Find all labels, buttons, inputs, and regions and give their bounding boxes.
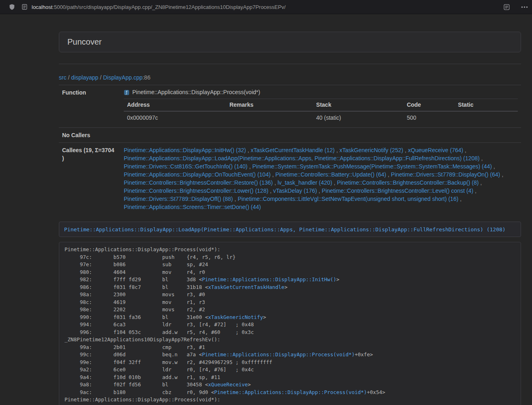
- callees-label: Callees (19, Σ=3704 ): [59, 143, 121, 215]
- callee-separator: ,: [268, 187, 273, 194]
- callee-link[interactable]: xTaskGetCurrentTaskHandle (12): [251, 147, 335, 153]
- callee-separator: ,: [335, 147, 340, 153]
- address-bar[interactable]: localhost:5000/path/src/displayapp/Displ…: [32, 4, 286, 10]
- table-cell: 0x0000097c: [124, 111, 226, 124]
- callee-separator: ,: [248, 163, 252, 170]
- callee-link[interactable]: Pinetime::Applications::DisplayApp::OnTo…: [124, 171, 271, 178]
- callee-separator: ,: [480, 155, 483, 162]
- address-table: AddressRemarksStackCodeStatic 0x0000097c…: [124, 99, 518, 124]
- callee-separator: ,: [317, 187, 322, 194]
- callee-link[interactable]: Pinetime::Controllers::BrightnessControl…: [322, 187, 473, 194]
- callee-separator: ,: [246, 147, 251, 153]
- function-label: Function: [59, 85, 121, 128]
- disassembly-block: Pinetime::Applications::DisplayApp::Proc…: [59, 242, 521, 405]
- breadcrumb: src / displayapp / DisplayApp.cpp:86: [59, 73, 521, 82]
- callee-separator: ,: [273, 179, 278, 186]
- function-symbol-icon: ƒ: [124, 90, 129, 95]
- url-domain: localhost: [32, 4, 52, 10]
- breadcrumb-link[interactable]: src: [59, 74, 67, 81]
- callee-link[interactable]: Pinetime::Controllers::BrightnessControl…: [124, 179, 273, 186]
- column-header: Address: [124, 99, 226, 112]
- callers-cell: [121, 128, 521, 143]
- callee-link[interactable]: Pinetime::Controllers::Battery::Update()…: [276, 171, 386, 178]
- symbol-table: Function ƒ Pinetime::Applications::Displ…: [59, 85, 521, 214]
- callee-link[interactable]: Pinetime::Components::LittleVgl::SetNewT…: [238, 196, 459, 202]
- callee-separator: ,: [386, 171, 391, 178]
- divider: [59, 64, 521, 64]
- callee-separator: ,: [233, 196, 238, 202]
- callee-link[interactable]: lv_task_handler (420): [278, 179, 332, 186]
- callee-link[interactable]: Pinetime::Applications::DisplayApp::Load…: [124, 155, 480, 162]
- column-header: Code: [403, 99, 454, 112]
- table-cell: [226, 111, 313, 124]
- function-title: ƒ Pinetime::Applications::DisplayApp::Pr…: [124, 88, 518, 96]
- callee-link[interactable]: Pinetime::Drivers::St7789::DisplayOn() (…: [391, 171, 500, 178]
- page-header: Puncover: [59, 32, 521, 52]
- function-name: Pinetime::Applications::DisplayApp::Proc…: [132, 88, 260, 96]
- address-table-header: AddressRemarksStackCodeStatic: [124, 99, 518, 112]
- callee-separator: ,: [403, 147, 408, 153]
- column-header: Static: [455, 99, 518, 112]
- table-cell: 40 (static): [313, 111, 403, 124]
- callee-separator: ,: [459, 196, 462, 202]
- breadcrumb-link[interactable]: displayapp: [71, 74, 98, 81]
- svg-text:ƒ: ƒ: [125, 90, 127, 95]
- callee-link[interactable]: Pinetime::Controllers::BrightnessControl…: [124, 187, 268, 194]
- browser-toolbar: localhost:5000/path/src/displayapp/Displ…: [0, 0, 532, 14]
- disasm-symbol-link[interactable]: Pinetime::Applications::DisplayApp::Init…: [202, 276, 336, 282]
- address-table-row: 0x0000097c40 (static)500: [124, 111, 518, 124]
- callee-link[interactable]: Pinetime::Drivers::St7789::DisplayOff() …: [124, 196, 233, 202]
- callee-link[interactable]: vTaskDelay (176): [273, 187, 317, 194]
- overflow-menu-icon[interactable]: [521, 6, 528, 8]
- breadcrumb-separator: /: [67, 74, 71, 81]
- table-cell: 500: [403, 111, 454, 124]
- reader-view-icon[interactable]: [504, 4, 510, 10]
- url-path: :5000/path/src/displayapp/DisplayApp.cpp…: [52, 4, 286, 10]
- site-info-icon[interactable]: [22, 4, 27, 10]
- column-header: Stack: [313, 99, 403, 112]
- breadcrumb-separator: /: [98, 74, 103, 81]
- callers-row: No Callers: [59, 128, 521, 143]
- selected-callee-link[interactable]: Pinetime::Applications::DisplayApp::Load…: [64, 226, 506, 233]
- selected-callee-box: Pinetime::Applications::DisplayApp::Load…: [59, 222, 521, 237]
- callee-separator: ,: [473, 187, 476, 194]
- callee-separator: ,: [500, 171, 504, 178]
- callees-list: Pinetime::Applications::DisplayApp::Init…: [121, 143, 521, 215]
- disasm-symbol-link[interactable]: Pinetime::Applications::DisplayApp::Proc…: [214, 389, 367, 395]
- function-cell: ƒ Pinetime::Applications::DisplayApp::Pr…: [121, 85, 521, 128]
- callee-link[interactable]: Pinetime::Drivers::Cst816S::GetTouchInfo…: [124, 163, 248, 170]
- callee-link[interactable]: xTaskGenericNotify (252): [339, 147, 403, 153]
- callee-separator: ,: [463, 147, 466, 153]
- callee-link[interactable]: Pinetime::Applications::DisplayApp::Init…: [124, 147, 246, 153]
- callee-separator: ,: [492, 163, 495, 170]
- disasm-symbol-link[interactable]: Pinetime::Applications::DisplayApp::Proc…: [202, 351, 355, 358]
- callee-separator: ,: [332, 179, 337, 186]
- disasm-symbol-link[interactable]: xQueueReceive: [208, 381, 248, 388]
- disasm-symbol-link[interactable]: xTaskGetCurrentTaskHandle: [208, 284, 284, 290]
- no-callers-label: No Callers: [59, 128, 121, 143]
- callees-row: Callees (19, Σ=3704 ) Pinetime::Applicat…: [59, 143, 521, 215]
- callee-separator: ,: [479, 179, 482, 186]
- callee-separator: ,: [271, 171, 276, 178]
- page-container: Puncover src / displayapp / DisplayApp.c…: [59, 32, 521, 405]
- disasm-symbol-link[interactable]: xTaskGenericNotify: [208, 314, 263, 320]
- callee-link[interactable]: Pinetime::System::SystemTask::PushMessag…: [252, 163, 492, 170]
- shield-icon[interactable]: [9, 4, 15, 10]
- function-row: Function ƒ Pinetime::Applications::Displ…: [59, 85, 521, 128]
- breadcrumb-line-number: :86: [142, 74, 150, 81]
- callee-link[interactable]: xQueueReceive (764): [408, 147, 463, 153]
- column-header: Remarks: [226, 99, 313, 112]
- breadcrumb-link[interactable]: DisplayApp.cpp: [103, 74, 142, 81]
- page-title: Puncover: [67, 37, 513, 47]
- table-cell: [455, 111, 518, 124]
- callee-link[interactable]: Pinetime::Applications::Screens::Timer::…: [124, 204, 261, 210]
- callee-link[interactable]: Pinetime::Controllers::BrightnessControl…: [337, 179, 478, 186]
